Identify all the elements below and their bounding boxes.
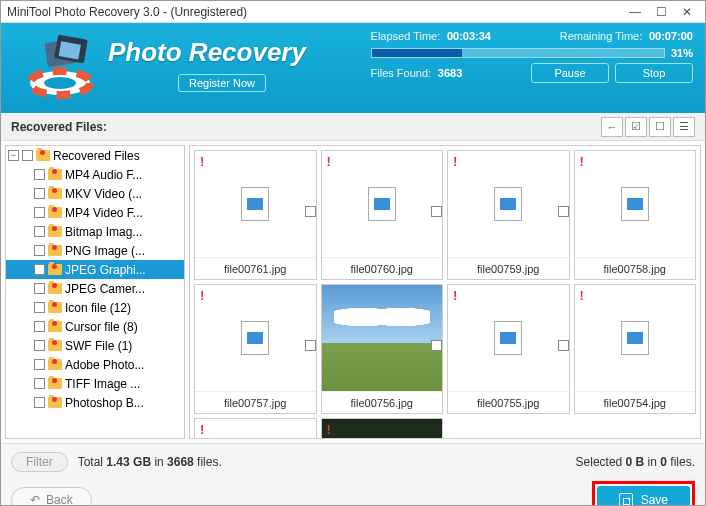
folder-icon	[48, 377, 62, 391]
tree-label: JPEG Graphi...	[65, 263, 146, 277]
thumbnail[interactable]: !file00754.jpg	[574, 284, 697, 414]
svg-point-2	[44, 77, 76, 89]
thumbnail[interactable]: !file00761.jpg	[194, 150, 317, 280]
checkbox[interactable]	[34, 245, 45, 256]
tree-item[interactable]: Bitmap Imag...	[6, 222, 184, 241]
thumbnail[interactable]: !file00757.jpg	[194, 284, 317, 414]
view-list-icon[interactable]: ☰	[673, 117, 695, 137]
tree-label: SWF File (1)	[65, 339, 132, 353]
tree-item[interactable]: Icon file (12)	[6, 298, 184, 317]
checkbox[interactable]	[431, 206, 442, 217]
tree-label: Adobe Photo...	[65, 358, 144, 372]
checkbox[interactable]	[34, 207, 45, 218]
pause-button[interactable]: Pause	[531, 63, 609, 83]
thumbnail[interactable]: !file00758.jpg	[574, 150, 697, 280]
tree-item[interactable]: MP4 Video F...	[6, 203, 184, 222]
thumbnail[interactable]: !file00756.jpg	[321, 284, 444, 414]
folder-icon	[48, 320, 62, 334]
select-all-icon[interactable]: ☑	[625, 117, 647, 137]
register-button[interactable]: Register Now	[178, 74, 266, 92]
tree-label: Cursor file (8)	[65, 320, 138, 334]
save-button[interactable]: Save	[597, 486, 690, 506]
tree-item[interactable]: Adobe Photo...	[6, 355, 184, 374]
back-button[interactable]: ↶ Back	[11, 487, 92, 506]
thumbnail[interactable]: !file00760.jpg	[321, 150, 444, 280]
checkbox[interactable]	[558, 206, 569, 217]
folder-icon	[48, 358, 62, 372]
tree-item[interactable]: MKV Video (...	[6, 184, 184, 203]
thumbnail-filename: file00761.jpg	[195, 257, 316, 279]
checkbox[interactable]	[34, 340, 45, 351]
thumbnail[interactable]: !file00759.jpg	[447, 150, 570, 280]
thumbnail-filename: file00760.jpg	[322, 257, 443, 279]
tree-item[interactable]: Cursor file (8)	[6, 317, 184, 336]
total-text: Total 1.43 GB in 3668 files.	[78, 455, 222, 469]
files-found-value: 3683	[438, 67, 462, 79]
folder-icon	[48, 168, 62, 182]
checkbox[interactable]	[34, 359, 45, 370]
checkbox[interactable]	[34, 264, 45, 275]
tree-label: JPEG Camer...	[65, 282, 145, 296]
tree-label: Photoshop B...	[65, 396, 144, 410]
remaining-value: 00:07:00	[649, 30, 693, 42]
content-header: Recovered Files: ← ☑ ☐ ☰	[1, 113, 705, 141]
scan-stats: Elapsed Time: 00:03:34 Remaining Time: 0…	[371, 29, 693, 83]
thumbnail-filename: file00758.jpg	[575, 257, 696, 279]
thumbnail-image	[448, 285, 569, 391]
files-found-label: Files Found:	[371, 67, 432, 79]
tree-item[interactable]: JPEG Camer...	[6, 279, 184, 298]
checkbox[interactable]	[34, 169, 45, 180]
checkbox[interactable]	[558, 340, 569, 351]
tree-item[interactable]: JPEG Graphi...	[6, 260, 184, 279]
collapse-icon[interactable]: −	[8, 150, 19, 161]
thumbnail[interactable]: !	[194, 418, 317, 439]
thumbnail-filename: file00755.jpg	[448, 391, 569, 413]
tree-item[interactable]: PNG Image (...	[6, 241, 184, 260]
checkbox[interactable]	[431, 340, 442, 351]
tree-label: MP4 Video F...	[65, 206, 143, 220]
folder-icon	[48, 263, 62, 277]
file-tree[interactable]: −Recovered FilesMP4 Audio F...MKV Video …	[5, 145, 185, 439]
tree-root[interactable]: −Recovered Files	[6, 146, 184, 165]
progress-bar	[371, 48, 665, 58]
thumbnail-image	[322, 419, 443, 439]
checkbox[interactable]	[305, 206, 316, 217]
status-bar: Filter Total 1.43 GB in 3668 files. Sele…	[1, 443, 705, 479]
select-none-icon[interactable]: ☐	[649, 117, 671, 137]
tree-label: MKV Video (...	[65, 187, 142, 201]
thumbnail-grid[interactable]: !file00761.jpg!file00760.jpg!file00759.j…	[189, 145, 701, 439]
warning-icon: !	[580, 288, 584, 303]
thumbnail[interactable]: !file00755.jpg	[447, 284, 570, 414]
checkbox[interactable]	[22, 150, 33, 161]
warning-icon: !	[453, 288, 457, 303]
warning-icon: !	[200, 288, 204, 303]
checkbox[interactable]	[34, 378, 45, 389]
checkbox[interactable]	[34, 226, 45, 237]
tree-item[interactable]: TIFF Image ...	[6, 374, 184, 393]
remaining-label: Remaining Time:	[560, 30, 643, 42]
close-icon[interactable]: ✕	[675, 3, 699, 21]
stop-button[interactable]: Stop	[615, 63, 693, 83]
folder-icon	[48, 206, 62, 220]
checkbox[interactable]	[34, 302, 45, 313]
folder-icon	[48, 282, 62, 296]
tree-label: Icon file (12)	[65, 301, 131, 315]
tree-item[interactable]: SWF File (1)	[6, 336, 184, 355]
maximize-icon[interactable]: ☐	[649, 3, 673, 21]
nav-back-icon[interactable]: ←	[601, 117, 623, 137]
minimize-icon[interactable]: —	[623, 3, 647, 21]
tree-item[interactable]: Photoshop B...	[6, 393, 184, 412]
thumbnail[interactable]: !	[321, 418, 444, 439]
checkbox[interactable]	[34, 188, 45, 199]
folder-icon	[48, 225, 62, 239]
checkbox[interactable]	[34, 397, 45, 408]
warning-icon: !	[327, 154, 331, 169]
checkbox[interactable]	[305, 340, 316, 351]
checkbox[interactable]	[34, 321, 45, 332]
tree-label: TIFF Image ...	[65, 377, 140, 391]
tree-item[interactable]: MP4 Audio F...	[6, 165, 184, 184]
checkbox[interactable]	[34, 283, 45, 294]
filter-button[interactable]: Filter	[11, 452, 68, 472]
folder-icon	[48, 244, 62, 258]
warning-icon: !	[200, 422, 204, 437]
